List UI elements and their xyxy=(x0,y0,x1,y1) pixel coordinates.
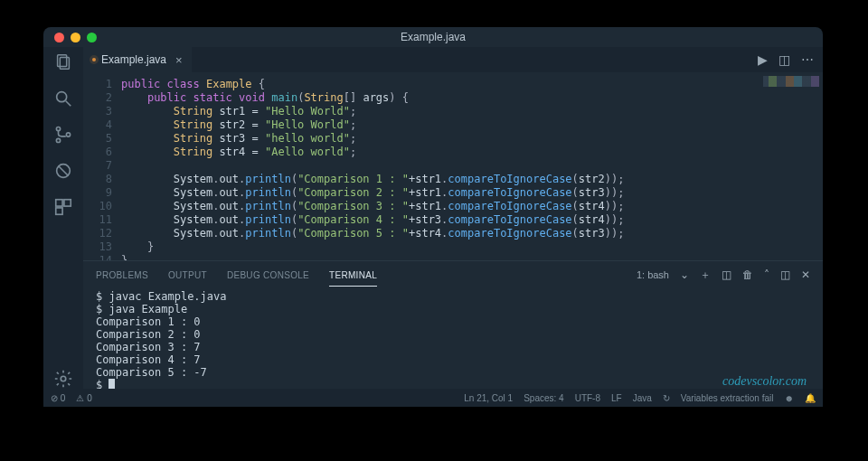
status-indentation[interactable]: Spaces: 4 xyxy=(524,393,563,403)
watermark: codevscolor.com xyxy=(722,374,807,389)
svg-rect-0 xyxy=(58,55,67,67)
line-gutter: 1234567891011121314 xyxy=(83,72,121,260)
editor-actions: ▶ ◫ ⋯ xyxy=(758,52,823,67)
explorer-icon[interactable] xyxy=(53,52,73,72)
more-actions-icon[interactable]: ⋯ xyxy=(801,52,814,67)
status-cursor-position[interactable]: Ln 21, Col 1 xyxy=(464,393,513,403)
split-terminal-icon[interactable]: ◫ xyxy=(722,268,731,281)
app-window: Example.java Example.java × ▶ ◫ xyxy=(43,27,823,407)
java-file-icon xyxy=(92,58,96,61)
maximize-panel-icon[interactable]: ˄ xyxy=(764,268,769,281)
code-content[interactable]: public class Example { public static voi… xyxy=(121,72,823,260)
status-errors[interactable]: ⊘ 0 xyxy=(51,393,65,403)
svg-rect-11 xyxy=(56,208,62,214)
svg-point-4 xyxy=(56,127,60,130)
search-icon[interactable] xyxy=(53,89,73,108)
status-warnings[interactable]: ⚠ 0 xyxy=(76,393,91,403)
editor-tabbar: Example.java × ▶ ◫ ⋯ xyxy=(83,47,823,72)
panel-tab-debug-console[interactable]: DEBUG CONSOLE xyxy=(227,270,309,280)
tab-filename: Example.java xyxy=(101,53,166,66)
run-icon[interactable]: ▶ xyxy=(758,52,768,67)
source-control-icon[interactable] xyxy=(53,125,73,145)
svg-line-8 xyxy=(59,166,69,176)
status-language[interactable]: Java xyxy=(633,393,652,403)
svg-point-12 xyxy=(61,376,66,381)
status-feedback-icon[interactable]: ☻ xyxy=(784,393,794,403)
svg-point-6 xyxy=(66,133,70,136)
svg-point-5 xyxy=(56,138,60,142)
status-eol[interactable]: LF xyxy=(611,393,622,403)
panel-tab-output[interactable]: OUTPUT xyxy=(168,270,207,280)
minimize-window-icon[interactable] xyxy=(71,33,80,42)
close-tab-icon[interactable]: × xyxy=(175,53,183,67)
panel-tab-problems[interactable]: PROBLEMS xyxy=(96,270,148,280)
debug-icon[interactable] xyxy=(53,161,73,181)
status-sync-icon[interactable]: ↻ xyxy=(663,393,670,403)
code-editor[interactable]: 1234567891011121314 public class Example… xyxy=(83,72,823,260)
panel-tab-terminal[interactable]: TERMINAL xyxy=(329,270,377,280)
editor-tab[interactable]: Example.java × xyxy=(83,47,192,72)
status-bell-icon[interactable]: 🔔 xyxy=(805,393,816,403)
svg-rect-9 xyxy=(56,200,62,206)
traffic-lights xyxy=(54,33,97,42)
panel-layout-icon[interactable]: ◫ xyxy=(780,268,790,281)
terminal-dropdown-icon[interactable]: ⌄ xyxy=(680,268,689,281)
svg-rect-1 xyxy=(60,58,69,70)
titlebar: Example.java xyxy=(43,27,823,47)
kill-terminal-icon[interactable]: 🗑 xyxy=(742,268,753,281)
svg-point-2 xyxy=(57,92,67,102)
window-title: Example.java xyxy=(43,31,823,43)
extensions-icon[interactable] xyxy=(53,197,73,217)
bottom-panel: PROBLEMS OUTPUT DEBUG CONSOLE TERMINAL 1… xyxy=(83,260,823,389)
new-terminal-icon[interactable]: ＋ xyxy=(700,268,711,283)
svg-line-3 xyxy=(66,101,71,107)
close-window-icon[interactable] xyxy=(54,33,64,42)
svg-rect-10 xyxy=(64,200,71,206)
settings-gear-icon[interactable] xyxy=(53,369,73,389)
zoom-window-icon[interactable] xyxy=(87,33,97,42)
status-bar: ⊘ 0 ⚠ 0 Ln 21, Col 1 Spaces: 4 UTF-8 LF … xyxy=(43,389,823,407)
terminal-output[interactable]: $ javac Example.java$ java ExampleCompar… xyxy=(83,288,823,389)
activity-bar xyxy=(43,47,83,389)
terminal-selector[interactable]: 1: bash xyxy=(637,269,669,280)
status-encoding[interactable]: UTF-8 xyxy=(575,393,600,403)
status-message[interactable]: Variables extraction fail xyxy=(681,393,774,403)
close-panel-icon[interactable]: ✕ xyxy=(801,268,810,281)
panel-tabs: PROBLEMS OUTPUT DEBUG CONSOLE TERMINAL 1… xyxy=(83,261,823,288)
minimap[interactable] xyxy=(763,76,819,87)
split-editor-icon[interactable]: ◫ xyxy=(778,52,790,67)
